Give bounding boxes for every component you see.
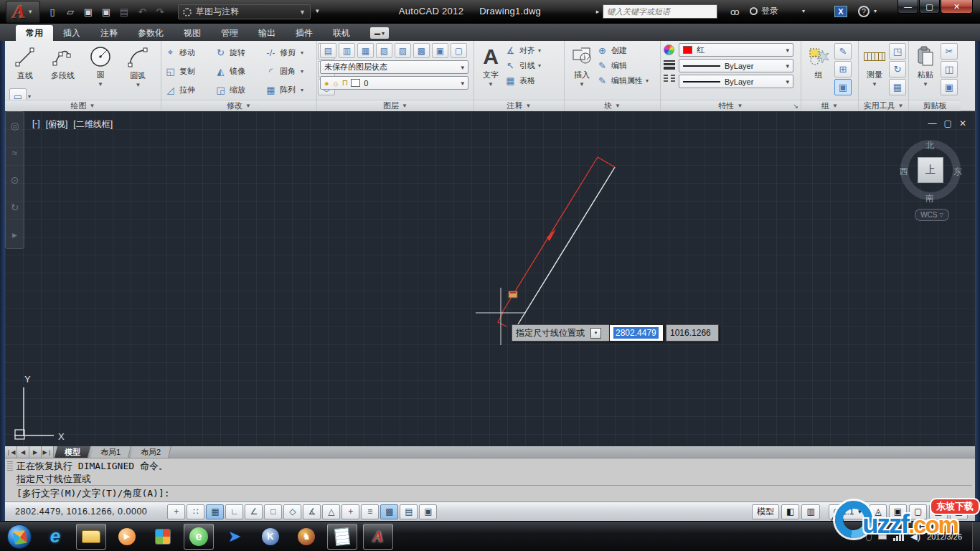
scale-tool[interactable]: ◲缩放: [215, 85, 265, 95]
otrack-toggle[interactable]: ∡: [303, 504, 321, 519]
binoculars-search-icon[interactable]: oo: [730, 6, 738, 17]
osnap-toggle[interactable]: □: [264, 504, 282, 519]
annotation-visibility-icon[interactable]: ◬: [870, 504, 886, 519]
layer-properties-icon[interactable]: ▤: [320, 43, 336, 58]
tab-output[interactable]: 输出: [248, 25, 286, 41]
dynamic-ucs-toggle[interactable]: △: [322, 504, 340, 519]
annotation-scale-button[interactable]: 1:1 ▼: [829, 504, 868, 519]
snap-toggle[interactable]: ∷: [187, 504, 204, 519]
chevron-down-icon[interactable]: ▾: [301, 68, 303, 75]
autoscale-icon[interactable]: ▣: [889, 504, 907, 519]
chevron-down-icon[interactable]: ▼: [579, 81, 585, 88]
layer-freeze-icon[interactable]: ▦: [357, 43, 374, 58]
chevron-down-icon[interactable]: ▾: [301, 87, 303, 93]
stretch-tool[interactable]: ◿拉伸: [164, 85, 215, 95]
linetype-icon[interactable]: [664, 75, 675, 82]
panel-label-clipboard[interactable]: 剪贴板: [909, 100, 961, 111]
color-wheel-icon[interactable]: [664, 44, 674, 55]
panel-label-annotation[interactable]: 注释▼: [474, 100, 564, 111]
taskbar-notepad-icon[interactable]: [327, 524, 357, 550]
close-button[interactable]: ✕: [941, 0, 973, 14]
search-collapse-icon[interactable]: ▸: [593, 8, 603, 15]
tab-layout1[interactable]: 布局1: [90, 446, 131, 458]
ungroup-icon[interactable]: ✎: [834, 43, 852, 60]
dynamic-input-y-field[interactable]: 1016.1266: [666, 324, 719, 342]
copy-clip-icon[interactable]: ◫: [941, 61, 958, 77]
viewcube-top-face[interactable]: 上: [918, 157, 943, 183]
tray-app-icon[interactable]: [866, 532, 872, 541]
sun-icon[interactable]: ☼: [332, 79, 339, 88]
panel-label-utilities[interactable]: 实用工具▼: [859, 100, 908, 111]
fillet-tool[interactable]: ◜圆角▾: [265, 66, 316, 77]
model-space-button[interactable]: 模型: [752, 504, 779, 519]
panel-label-layers[interactable]: 图层▼: [317, 100, 473, 111]
viewcube-north[interactable]: 北: [925, 140, 934, 152]
object-color-dropdown[interactable]: 红: [679, 43, 793, 57]
quick-properties-toggle[interactable]: ▤: [400, 504, 418, 519]
layer-prev-icon[interactable]: ▢: [451, 43, 467, 58]
drawing-canvas[interactable]: [-] [俯视] [二维线框] — ▢ ✕ Y X: [5, 111, 975, 446]
panel-label-draw[interactable]: 绘图▼: [5, 100, 161, 111]
infer-constraints-toggle[interactable]: +: [167, 504, 185, 519]
dimension-tool[interactable]: ∡对齐▾: [504, 45, 541, 56]
insert-block-tool[interactable]: 插入 ▼: [567, 43, 596, 88]
prev-layout-icon[interactable]: ◀: [17, 446, 29, 458]
layer-match-icon[interactable]: ▣: [432, 43, 448, 58]
chevron-down-icon[interactable]: ▼: [135, 82, 141, 88]
workspace-switching-icon[interactable]: ▢: [909, 504, 927, 519]
start-button[interactable]: [7, 524, 32, 549]
lineweight-icon[interactable]: [664, 60, 675, 70]
layer-dropdown[interactable]: ● ☼ ⊓ 0: [320, 76, 468, 90]
next-layout-icon[interactable]: ▶: [29, 446, 42, 458]
taskbar-game-icon[interactable]: ♞: [291, 524, 321, 550]
chevron-down-icon[interactable]: ▾: [802, 8, 805, 14]
panel-label-block[interactable]: 块▼: [565, 100, 660, 111]
tab-online[interactable]: 联机: [323, 25, 360, 41]
layer-off-icon[interactable]: ▨: [395, 43, 411, 58]
taskbar-ie-icon[interactable]: e: [40, 524, 70, 550]
dynamic-input-toggle[interactable]: +: [341, 504, 359, 519]
copy-tool[interactable]: ◱复制: [164, 66, 215, 77]
linetype-dropdown[interactable]: ByLayer: [679, 75, 793, 88]
osnap-3d-toggle[interactable]: ◇: [283, 504, 301, 519]
help-more-icon[interactable]: ▾: [874, 8, 877, 14]
panel-label-modify[interactable]: 修改▼: [161, 100, 316, 111]
leader-tool[interactable]: ↖引线▾: [504, 60, 541, 71]
group-selection-toggle-icon[interactable]: ▣: [834, 79, 852, 95]
chevron-down-icon[interactable]: ▼: [872, 81, 877, 88]
create-block-tool[interactable]: ⊕创建: [596, 45, 649, 56]
panel-label-properties[interactable]: 特性▼↘: [661, 100, 801, 111]
taskbar-thunder-icon[interactable]: ➤: [220, 524, 250, 550]
chevron-down-icon[interactable]: ▾: [538, 62, 541, 69]
tab-annotate[interactable]: 注释: [90, 25, 128, 41]
new-file-icon[interactable]: ▯: [44, 4, 60, 19]
rotate-tool[interactable]: ↻旋转: [215, 47, 265, 58]
network-icon[interactable]: [893, 532, 904, 541]
tab-plugins[interactable]: 插件: [286, 25, 323, 41]
edit-block-tool[interactable]: ✎编辑: [596, 60, 649, 71]
transparency-toggle[interactable]: ▩: [380, 504, 398, 519]
command-line-grip[interactable]: [7, 461, 13, 471]
clock-date[interactable]: 2012/3/26: [927, 532, 962, 541]
dynamic-input-x-field[interactable]: 2802.4479: [609, 324, 664, 342]
tray-ime-icon[interactable]: [878, 533, 887, 540]
sign-in-button[interactable]: 登录 ▾: [750, 5, 805, 17]
workspace-dropdown[interactable]: 草图与注释 ▼: [178, 4, 311, 19]
layer-state-dropdown[interactable]: 未保存的图层状态: [320, 60, 468, 74]
chevron-down-icon[interactable]: ▼: [98, 81, 103, 88]
tab-model[interactable]: 模型: [55, 446, 91, 458]
exchange-apps-icon[interactable]: X: [834, 6, 847, 17]
lineweight-toggle[interactable]: ≡: [361, 504, 379, 519]
selection-cycling-toggle[interactable]: ▣: [419, 504, 437, 519]
first-layout-icon[interactable]: ❘◀: [5, 446, 17, 458]
chevron-down-icon[interactable]: ▾: [301, 50, 303, 56]
taskbar-autocad-icon[interactable]: A: [363, 524, 393, 550]
help-icon[interactable]: ?: [858, 6, 870, 17]
quick-view-layouts-icon[interactable]: ◧: [781, 504, 799, 519]
viewcube-east[interactable]: 东: [953, 166, 962, 178]
taskbar-explorer-icon[interactable]: [76, 524, 106, 550]
save-icon[interactable]: ▣: [80, 4, 96, 19]
tab-manage[interactable]: 管理: [211, 25, 248, 41]
panel-label-groups[interactable]: 组▼: [801, 100, 858, 111]
measure-tool[interactable]: 测量 ▼: [862, 43, 887, 88]
